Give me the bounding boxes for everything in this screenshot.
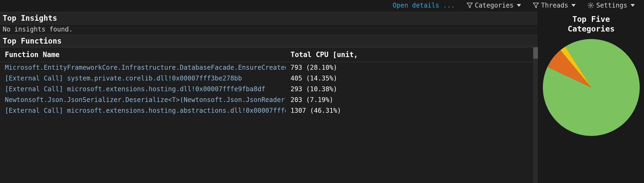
right-panel-title: Top Five Categories [568, 14, 615, 34]
function-cpu-cell: 203 (7.19%) [286, 94, 538, 105]
threads-filter-label: Threads [541, 2, 568, 9]
function-name-cell[interactable]: [External Call] system.private.corelib.d… [0, 73, 286, 84]
filter-icon [533, 3, 539, 8]
function-cpu-cell: 793 (28.10%) [286, 62, 538, 73]
top-five-categories-pie [542, 38, 641, 139]
main-panel: Top Insights No insights found. Top Func… [0, 12, 538, 183]
scrollbar-track[interactable] [533, 47, 538, 183]
svg-line-6 [592, 7, 593, 8]
toolbar: Open details ... Categories Threads [0, 0, 644, 12]
svg-line-7 [589, 7, 590, 8]
right-panel-title-line2: Categories [568, 24, 615, 33]
gear-icon [588, 2, 594, 9]
top-functions-header: Top Functions [0, 35, 538, 47]
chevron-down-icon [631, 4, 635, 7]
column-header-total-cpu[interactable]: Total CPU [unit, [286, 47, 538, 62]
scrollbar-thumb[interactable] [533, 47, 538, 59]
function-name-cell[interactable]: Newtonsoft.Json.JsonSerializer.Deseriali… [0, 94, 286, 105]
table-header-row: Function Name Total CPU [unit, [0, 47, 538, 62]
pie-chart-svg [542, 38, 641, 137]
filter-icon [467, 3, 473, 8]
right-panel: Top Five Categories [538, 12, 644, 183]
table-row[interactable]: [External Call] microsoft.extensions.hos… [0, 105, 538, 116]
categories-filter-label: Categories [475, 2, 514, 9]
table-row[interactable]: [External Call] microsoft.extensions.hos… [0, 84, 538, 94]
function-name-cell[interactable]: [External Call] microsoft.extensions.hos… [0, 105, 286, 116]
svg-line-5 [589, 3, 590, 4]
right-panel-title-line1: Top Five [572, 15, 610, 24]
table-row[interactable]: Newtonsoft.Json.JsonSerializer.Deseriali… [0, 94, 538, 105]
table-row[interactable]: Microsoft.EntityFrameworkCore.Infrastruc… [0, 62, 538, 73]
open-details-link[interactable]: Open details ... [393, 2, 455, 9]
table-row[interactable]: [External Call] system.private.corelib.d… [0, 73, 538, 84]
function-cpu-cell: 405 (14.35%) [286, 73, 538, 84]
top-insights-body: No insights found. [0, 24, 538, 35]
svg-line-8 [592, 3, 593, 4]
column-header-function-name[interactable]: Function Name [0, 47, 286, 62]
function-name-cell[interactable]: [External Call] microsoft.extensions.hos… [0, 84, 286, 94]
top-insights-header: Top Insights [0, 12, 538, 24]
top-functions-table-wrap: Function Name Total CPU [unit, Microsoft… [0, 47, 538, 183]
function-cpu-cell: 1307 (46.31%) [286, 105, 538, 116]
function-cpu-cell: 293 (10.38%) [286, 84, 538, 94]
top-functions-table: Function Name Total CPU [unit, Microsoft… [0, 47, 538, 116]
function-name-cell[interactable]: Microsoft.EntityFrameworkCore.Infrastruc… [0, 62, 286, 73]
settings-dropdown[interactable]: Settings [588, 2, 635, 9]
settings-label: Settings [596, 2, 627, 9]
threads-filter-dropdown[interactable]: Threads [533, 2, 576, 9]
chevron-down-icon [571, 4, 576, 7]
svg-point-0 [590, 5, 592, 6]
chevron-down-icon [517, 4, 521, 7]
categories-filter-dropdown[interactable]: Categories [467, 2, 521, 9]
